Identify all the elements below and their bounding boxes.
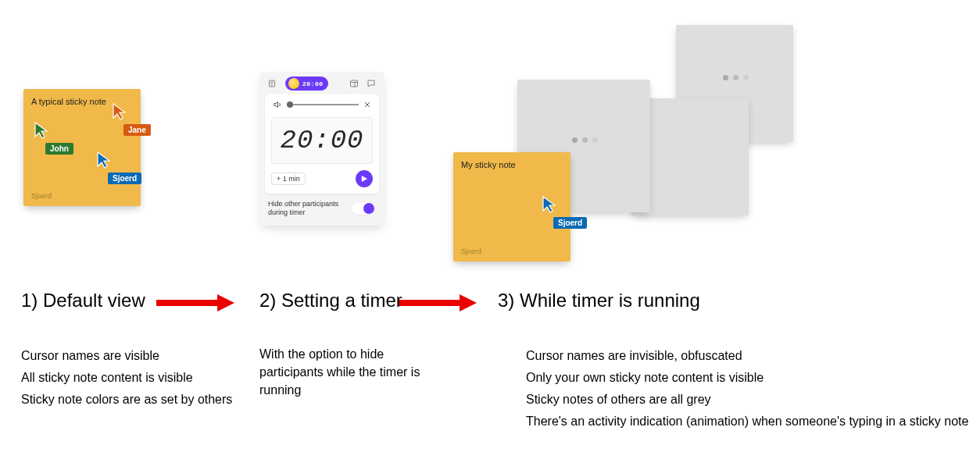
sticky-note-author: Sjoerd (31, 192, 52, 200)
flow-arrow-icon (156, 293, 234, 313)
typing-indicator-icon (723, 75, 749, 80)
cursor-sjoerd: Sjoerd (97, 151, 131, 183)
caption-line: Sticky note colors are as set by others (21, 389, 232, 411)
close-icon[interactable] (363, 101, 371, 109)
step1-captions: Cursor names are visible All sticky note… (21, 345, 232, 411)
step3-captions: Cursor names are invisible, obfuscated O… (526, 345, 968, 432)
caption-line: Only your own sticky note content is vis… (526, 367, 968, 389)
timer-panel: 20:00 20:00 + 1 min Hide other participa… (259, 72, 384, 226)
svg-marker-14 (460, 294, 477, 311)
cursor-pointer-icon (542, 196, 556, 213)
step1-heading: 1) Default view (21, 290, 145, 311)
my-sticky-note-title: My sticky note (461, 160, 563, 169)
svg-marker-7 (274, 102, 278, 108)
hide-participants-row: Hide other participants during timer (265, 194, 379, 218)
timer-pill-avatar-icon (288, 78, 299, 89)
caption-line: All sticky note content is visible (21, 367, 232, 389)
caption-line: Cursor names are invisible, obfuscated (526, 345, 968, 367)
cursor-label-john: John (45, 143, 73, 155)
cursor-label-self: Sjoerd (553, 217, 587, 229)
timer-toolbar: 20:00 (265, 77, 379, 94)
timer-pill[interactable]: 20:00 (285, 77, 328, 91)
timer-display: 20:00 (271, 117, 373, 164)
timer-pill-time: 20:00 (302, 80, 324, 87)
step3-heading: 3) While timer is running (498, 290, 700, 311)
hide-participants-toggle[interactable] (351, 201, 376, 215)
comment-icon[interactable] (367, 79, 376, 88)
svg-marker-10 (362, 176, 367, 182)
typing-indicator-icon (572, 137, 598, 143)
caption-line: Sticky notes of others are all grey (526, 389, 968, 411)
running-state-stage: My sticky note Sjoerd Sjoerd (453, 25, 805, 283)
caption-line: Cursor names are visible (21, 345, 232, 367)
my-sticky-note: My sticky note Sjoerd Sjoerd (453, 152, 570, 262)
flow-arrow-icon (399, 293, 477, 313)
cursor-john: John (34, 122, 63, 153)
increment-chip[interactable]: + 1 min (271, 173, 306, 185)
timer-card: 20:00 + 1 min (265, 94, 379, 194)
volume-slider[interactable] (287, 104, 359, 105)
caption-line: There's an activity indication (animatio… (526, 411, 968, 432)
svg-rect-4 (351, 80, 358, 87)
my-sticky-note-author: Sjoerd (461, 247, 481, 255)
cursor-pointer-icon (34, 122, 48, 139)
play-button[interactable] (356, 170, 373, 187)
cursor-pointer-icon (97, 151, 110, 169)
sticky-note-default: A typical sticky note Sjoerd John Jane S… (23, 89, 141, 206)
step2-heading: 2) Setting a timer (259, 290, 402, 311)
cursor-label-jane: Jane (123, 124, 151, 136)
step2-caption: With the option to hide participants whi… (259, 345, 447, 400)
timer-volume-row (271, 100, 373, 109)
layout-icon[interactable] (349, 79, 359, 88)
sticky-note-title: A typical sticky note (31, 97, 133, 106)
cursor-jane: Jane (113, 103, 140, 134)
hide-participants-label: Hide other participants during timer (268, 200, 340, 218)
steps-icon[interactable] (268, 79, 277, 88)
timer-display-value: 20:00 (280, 126, 363, 155)
svg-marker-12 (217, 294, 234, 311)
toggle-knob (363, 203, 374, 214)
play-icon (361, 176, 367, 182)
volume-icon[interactable] (273, 100, 282, 109)
cursor-label-sjoerd: Sjoerd (108, 173, 141, 184)
